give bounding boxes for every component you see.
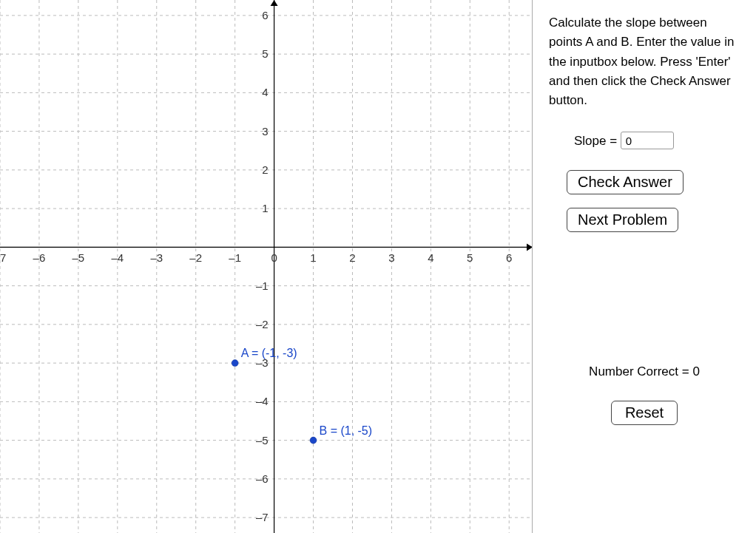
svg-text:3: 3 bbox=[262, 125, 268, 138]
slope-label: Slope = bbox=[574, 134, 621, 148]
svg-text:1: 1 bbox=[262, 202, 268, 214]
svg-text:4: 4 bbox=[262, 86, 268, 98]
check-answer-button[interactable]: Check Answer bbox=[567, 170, 684, 194]
svg-text:2: 2 bbox=[262, 163, 268, 176]
coordinate-plane: –7–6–5–4–3–2–10123456–7–6–5–4–3–2–112345… bbox=[0, 0, 533, 533]
svg-text:2: 2 bbox=[349, 251, 355, 264]
svg-text:–3: –3 bbox=[150, 251, 163, 264]
point-A[interactable] bbox=[232, 360, 238, 367]
point-label-A: A = (-1, -3) bbox=[241, 347, 297, 359]
svg-text:–6: –6 bbox=[33, 251, 46, 264]
svg-text:–1: –1 bbox=[229, 251, 241, 264]
score-block: Number Correct = 0 Reset bbox=[533, 362, 756, 425]
instructions-text: Calculate the slope between points A and… bbox=[549, 13, 741, 111]
svg-text:–2: –2 bbox=[189, 251, 202, 264]
reset-button[interactable]: Reset bbox=[611, 401, 678, 425]
svg-text:–6: –6 bbox=[256, 472, 269, 485]
graph-pane[interactable]: –7–6–5–4–3–2–10123456–7–6–5–4–3–2–112345… bbox=[0, 0, 533, 533]
svg-text:3: 3 bbox=[388, 251, 394, 264]
svg-text:6: 6 bbox=[262, 9, 268, 21]
score-text: Number Correct = 0 bbox=[533, 362, 756, 381]
point-B[interactable] bbox=[310, 437, 317, 444]
slope-row: Slope = bbox=[574, 132, 741, 151]
svg-text:–5: –5 bbox=[72, 251, 85, 264]
svg-text:–2: –2 bbox=[256, 318, 269, 330]
svg-text:–1: –1 bbox=[256, 279, 269, 292]
slope-input[interactable] bbox=[621, 132, 674, 149]
svg-marker-28 bbox=[527, 243, 533, 251]
svg-text:4: 4 bbox=[428, 251, 433, 264]
svg-text:–5: –5 bbox=[256, 434, 269, 447]
point-label-B: B = (1, -5) bbox=[320, 424, 373, 437]
svg-text:0: 0 bbox=[271, 251, 277, 264]
svg-text:1: 1 bbox=[310, 251, 316, 264]
svg-marker-29 bbox=[271, 0, 278, 6]
svg-text:–4: –4 bbox=[256, 395, 269, 407]
svg-text:5: 5 bbox=[467, 251, 473, 264]
svg-text:6: 6 bbox=[506, 251, 512, 264]
svg-text:–7: –7 bbox=[256, 511, 269, 523]
app-root: –7–6–5–4–3–2–10123456–7–6–5–4–3–2–112345… bbox=[0, 0, 756, 533]
next-problem-button[interactable]: Next Problem bbox=[567, 208, 678, 232]
svg-text:–7: –7 bbox=[0, 251, 6, 264]
svg-text:5: 5 bbox=[262, 47, 268, 60]
svg-text:–4: –4 bbox=[111, 251, 124, 264]
control-panel: Calculate the slope between points A and… bbox=[533, 0, 756, 533]
